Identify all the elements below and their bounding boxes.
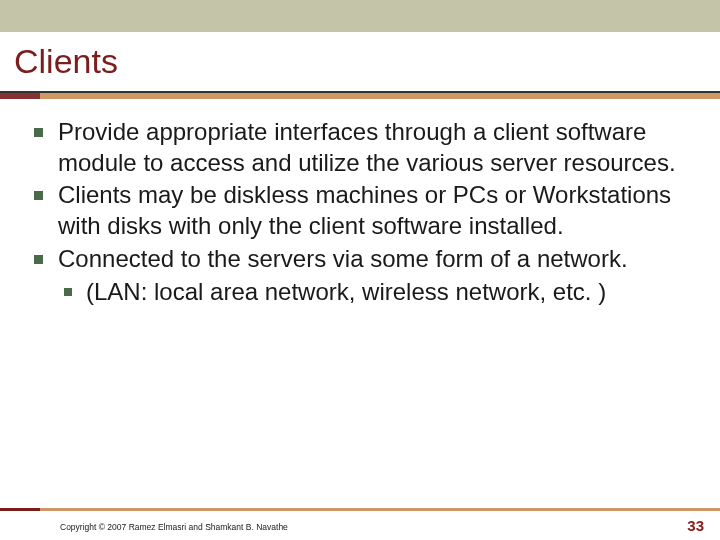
top-band <box>0 0 720 32</box>
accent-bar-left <box>0 93 40 99</box>
bullet-item: Provide appropriate interfaces through a… <box>30 117 690 178</box>
bullet-text: Clients may be diskless machines or PCs … <box>58 181 671 239</box>
copyright-text: Copyright © 2007 Ramez Elmasri and Shamk… <box>60 522 288 532</box>
bullet-list: Provide appropriate interfaces through a… <box>30 117 690 307</box>
title-region: Clients <box>0 32 720 93</box>
content-area: Provide appropriate interfaces through a… <box>0 99 720 307</box>
slide-title: Clients <box>14 42 720 81</box>
bullet-text: Provide appropriate interfaces through a… <box>58 118 676 176</box>
accent-bar <box>0 93 720 99</box>
bullet-item: Clients may be diskless machines or PCs … <box>30 180 690 241</box>
sub-bullet-text: (LAN: local area network, wireless netwo… <box>86 278 606 305</box>
page-number: 33 <box>687 517 704 534</box>
footer-accent-line <box>0 508 720 511</box>
sub-bullet-item: (LAN: local area network, wireless netwo… <box>58 277 690 308</box>
accent-bar-right <box>40 93 720 99</box>
footer: Copyright © 2007 Ramez Elmasri and Shamk… <box>0 508 720 540</box>
bullet-text: Connected to the servers via some form o… <box>58 245 628 272</box>
bullet-item: Connected to the servers via some form o… <box>30 244 690 307</box>
footer-accent-dark <box>0 508 40 511</box>
sub-bullet-list: (LAN: local area network, wireless netwo… <box>58 277 690 308</box>
